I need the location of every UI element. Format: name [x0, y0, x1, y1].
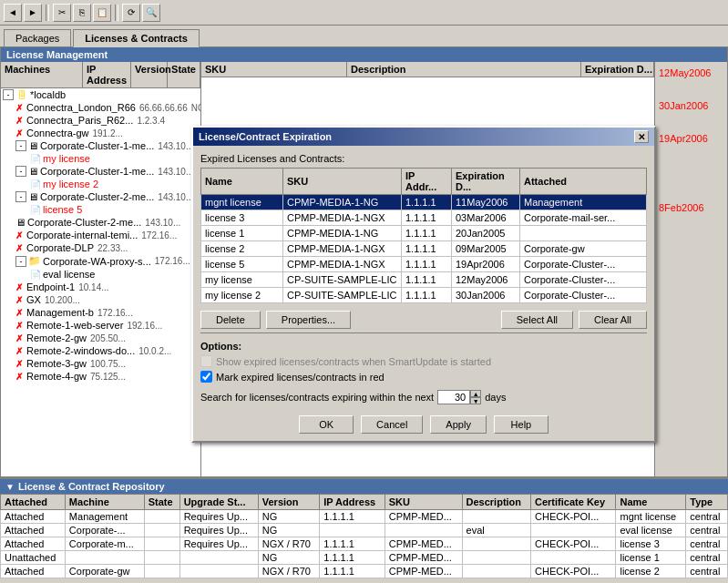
- dialog-table-row[interactable]: my license CP-SUITE-SAMPLE-LIC 1.1.1.1 1…: [201, 272, 647, 288]
- days-suffix: days: [485, 392, 506, 403]
- row-expiration: 30Jan2006: [452, 288, 520, 303]
- option-1-label: Show expired licenses/contracts when Sma…: [216, 356, 491, 367]
- row-ip: 1.1.1.1: [402, 226, 452, 241]
- dialog-action-buttons: Delete Properties... Select All Clear Al…: [200, 311, 647, 329]
- row-attached: Management: [520, 195, 647, 210]
- spinner-down[interactable]: ▼: [470, 397, 481, 404]
- dialog-table-row[interactable]: license 2 CPMP-MEDIA-1-NGX 1.1.1.1 09Mar…: [201, 241, 647, 257]
- col-name: Name: [201, 169, 283, 195]
- row-sku: CPMP-MEDIA-1-NGX: [283, 241, 402, 257]
- license-expiration-dialog: License/Contract Expiration ✕ Expired Li…: [191, 126, 656, 443]
- dialog-close-button[interactable]: ✕: [634, 130, 649, 143]
- properties-button[interactable]: Properties...: [266, 311, 351, 329]
- row-ip: 1.1.1.1: [402, 288, 452, 303]
- col-sku: SKU: [283, 169, 402, 195]
- spinner-wrapper: ▲ ▼: [437, 390, 481, 404]
- option-2-row: Mark expired licenses/contracts in red: [200, 371, 647, 383]
- dialog-body: Expired Licenses and Contracts: Name SKU…: [193, 146, 654, 441]
- apply-button[interactable]: Apply: [430, 415, 487, 434]
- option-2-label: Mark expired licenses/contracts in red: [216, 372, 385, 383]
- dialog-subtitle: Expired Licenses and Contracts:: [200, 153, 647, 164]
- option-2-checkbox[interactable]: [200, 371, 212, 383]
- row-attached: Corporate-Cluster-...: [520, 257, 647, 272]
- row-ip: 1.1.1.1: [402, 195, 452, 210]
- search-label: Search for licenses/contracts expiring w…: [200, 392, 434, 403]
- dialog-overlay: License/Contract Expiration ✕ Expired Li…: [0, 0, 728, 583]
- dialog-table: Name SKU IP Addr... Expiration D... Atta…: [200, 168, 647, 303]
- dialog-table-row[interactable]: mgnt license CPMP-MEDIA-1-NG 1.1.1.1 11M…: [201, 195, 647, 210]
- row-expiration: 03Mar2006: [452, 210, 520, 226]
- row-name: license 1: [201, 226, 283, 241]
- dialog-table-row[interactable]: license 3 CPMP-MEDIA-1-NGX 1.1.1.1 03Mar…: [201, 210, 647, 226]
- row-name: license 3: [201, 210, 283, 226]
- row-expiration: 12May2006: [452, 272, 520, 288]
- dialog-titlebar: License/Contract Expiration ✕: [193, 128, 654, 146]
- row-name: license 5: [201, 257, 283, 272]
- row-attached: Corporate-gw: [520, 241, 647, 257]
- row-sku: CPMP-MEDIA-1-NG: [283, 226, 402, 241]
- row-name: my license 2: [201, 288, 283, 303]
- spinner-up[interactable]: ▲: [470, 390, 481, 397]
- cancel-button[interactable]: Cancel: [361, 415, 423, 434]
- row-ip: 1.1.1.1: [402, 241, 452, 257]
- row-sku: CP-SUITE-SAMPLE-LIC: [283, 272, 402, 288]
- row-expiration: 20Jan2005: [452, 226, 520, 241]
- row-sku: CPMP-MEDIA-1-NG: [283, 195, 402, 210]
- ok-button[interactable]: OK: [299, 415, 354, 434]
- row-attached: [520, 226, 647, 241]
- row-expiration: 11May2006: [452, 195, 520, 210]
- col-expiration: Expiration D...: [452, 169, 520, 195]
- row-ip: 1.1.1.1: [402, 272, 452, 288]
- dialog-title: License/Contract Expiration: [199, 131, 332, 142]
- col-ip: IP Addr...: [402, 169, 452, 195]
- row-attached: Corporate-Cluster-...: [520, 272, 647, 288]
- row-sku: CP-SUITE-SAMPLE-LIC: [283, 288, 402, 303]
- row-ip: 1.1.1.1: [402, 210, 452, 226]
- row-attached: Corporate-mail-ser...: [520, 210, 647, 226]
- row-name: my license: [201, 272, 283, 288]
- row-name: mgnt license: [201, 195, 283, 210]
- options-separator: [200, 332, 647, 333]
- select-all-button[interactable]: Select All: [501, 311, 573, 329]
- row-sku: CPMP-MEDIA-1-NGX: [283, 210, 402, 226]
- clear-all-button[interactable]: Clear All: [579, 311, 647, 329]
- dialog-table-row[interactable]: license 5 CPMP-MEDIA-1-NGX 1.1.1.1 19Apr…: [201, 257, 647, 272]
- delete-button[interactable]: Delete: [200, 311, 261, 329]
- dialog-table-row[interactable]: my license 2 CP-SUITE-SAMPLE-LIC 1.1.1.1…: [201, 288, 647, 303]
- spinner-arrows: ▲ ▼: [470, 390, 481, 404]
- search-row: Search for licenses/contracts expiring w…: [200, 390, 647, 404]
- row-expiration: 19Apr2006: [452, 257, 520, 272]
- options-label: Options:: [200, 341, 647, 352]
- row-attached: Corporate-Cluster-...: [520, 288, 647, 303]
- help-button[interactable]: Help: [494, 415, 549, 434]
- row-ip: 1.1.1.1: [402, 257, 452, 272]
- row-name: license 2: [201, 241, 283, 257]
- row-sku: CPMP-MEDIA-1-NGX: [283, 257, 402, 272]
- dialog-table-row[interactable]: license 1 CPMP-MEDIA-1-NG 1.1.1.1 20Jan2…: [201, 226, 647, 241]
- dialog-ok-row: OK Cancel Apply Help: [200, 415, 647, 434]
- option-1-row: Show expired licenses/contracts when Sma…: [200, 355, 647, 367]
- row-expiration: 09Mar2005: [452, 241, 520, 257]
- col-attached: Attached: [520, 169, 647, 195]
- option-1-checkbox[interactable]: [200, 355, 212, 367]
- days-input[interactable]: [437, 390, 470, 404]
